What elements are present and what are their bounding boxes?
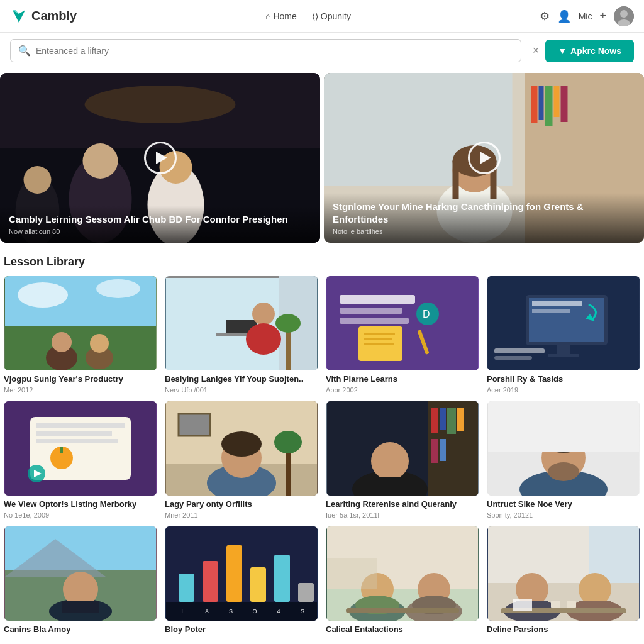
- hero-play-2[interactable]: [468, 142, 501, 174]
- svg-point-79: [221, 431, 262, 457]
- hero-section: Cambly Leirning Sessom Alir Chub BD For …: [0, 69, 644, 247]
- lesson-thumb-2: D: [326, 276, 479, 370]
- search-bar: 🔍: [10, 39, 521, 62]
- lesson-thumb-0: [4, 276, 157, 370]
- svg-point-35: [96, 279, 140, 298]
- clear-button[interactable]: ×: [533, 44, 540, 57]
- svg-rect-48: [340, 318, 409, 324]
- svg-point-41: [252, 303, 275, 325]
- lesson-thumb-7: [487, 401, 640, 496]
- hero-card-1[interactable]: Cambly Leirning Sessom Alir Chub BD For …: [0, 73, 320, 243]
- search-input[interactable]: [36, 46, 513, 56]
- svg-rect-47: [340, 308, 402, 314]
- lesson-date-5: Mner 2011: [165, 511, 318, 519]
- lesson-thumb-4: [4, 401, 157, 496]
- svg-point-8: [83, 143, 118, 179]
- lesson-card-1[interactable]: Besiying Laniges Ylf Youp Suojten.. Nerv…: [165, 276, 318, 394]
- svg-rect-38: [166, 276, 279, 278]
- lesson-card-8[interactable]: Canins Bla Amoy: [4, 526, 157, 636]
- lesson-title-0: Vjogpu Sunlg Year's Productry: [4, 374, 157, 385]
- svg-rect-109: [166, 602, 317, 621]
- svg-text:D: D: [423, 309, 430, 319]
- hero-sub-1: Now allatioun 80: [9, 228, 311, 235]
- logo[interactable]: Cambly: [10, 8, 77, 25]
- svg-rect-113: [250, 567, 266, 602]
- lesson-thumb-8: [4, 526, 157, 621]
- play-icon-1: [156, 152, 167, 164]
- lesson-card-5[interactable]: Lagy Pary onty Orfilits Mner 2011: [165, 401, 318, 519]
- lesson-date-0: Mer 2012: [4, 386, 157, 394]
- lesson-card-3[interactable]: Porshii Ry & Tasids Acer 2019: [487, 276, 640, 394]
- hero-title-1: Cambly Leirning Sessom Alir Chub BD For …: [9, 213, 311, 226]
- apply-button[interactable]: ▼ Apkrc Nows: [545, 40, 634, 62]
- svg-rect-60: [532, 309, 570, 313]
- hero-play-1[interactable]: [144, 142, 177, 174]
- svg-rect-107: [62, 601, 99, 613]
- lesson-thumb-11: [487, 526, 640, 621]
- header-icons: ⚙ 👤 Mic +: [540, 6, 634, 26]
- svg-rect-87: [440, 408, 446, 430]
- hero-info-1: Cambly Leirning Sessom Alir Chub BD For …: [0, 206, 320, 243]
- svg-rect-143: [567, 601, 576, 608]
- svg-point-42: [246, 323, 281, 355]
- home-icon: ⌂: [265, 11, 270, 21]
- logo-text: Cambly: [31, 9, 77, 23]
- library-title: Lesson Library: [4, 255, 640, 269]
- hero-card-2[interactable]: Stgnlome Your Mine Harkng Cancthinlping …: [324, 73, 644, 243]
- svg-point-34: [18, 282, 68, 308]
- header: Cambly ⌂ Home ⟨⟩ Opunity ⚙ 👤 Mic +: [0, 0, 644, 33]
- lesson-thumb-9: L A S O 4 S: [165, 526, 318, 621]
- nav-opunity[interactable]: ⟨⟩ Opunity: [312, 11, 351, 21]
- svg-text:L: L: [181, 608, 184, 614]
- lesson-title-3: Porshii Ry & Tasids: [487, 374, 640, 385]
- lesson-title-2: Vith Plarne Learns: [326, 374, 479, 385]
- user-icon[interactable]: 👤: [557, 9, 571, 23]
- svg-rect-17: [531, 86, 538, 123]
- svg-rect-88: [447, 408, 456, 434]
- settings-icon[interactable]: ⚙: [540, 9, 550, 23]
- svg-rect-115: [298, 583, 314, 602]
- svg-text:O: O: [252, 608, 257, 614]
- lesson-title-7: Untruct Sike Noe Very: [487, 499, 640, 510]
- lesson-date-6: Iuer 5a 1sr, 2011l: [326, 511, 479, 519]
- lesson-card-0[interactable]: Vjogpu Sunlg Year's Productry Mer 2012: [4, 276, 157, 394]
- svg-rect-144: [513, 599, 532, 611]
- lesson-card-11[interactable]: Deline Parsions: [487, 526, 640, 636]
- lesson-title-11: Deline Parsions: [487, 625, 640, 635]
- lesson-card-10[interactable]: Calical Entalactions: [326, 526, 479, 636]
- svg-marker-0: [13, 10, 25, 23]
- svg-rect-21: [561, 86, 568, 122]
- add-icon[interactable]: +: [599, 9, 606, 23]
- nav-home[interactable]: ⌂ Home: [265, 11, 297, 21]
- svg-rect-64: [494, 348, 545, 353]
- avatar[interactable]: [614, 6, 634, 26]
- lesson-title-9: Bloy Poter: [165, 625, 318, 635]
- svg-text:S: S: [301, 608, 304, 614]
- lesson-thumb-1: [165, 276, 318, 370]
- search-icon: 🔍: [18, 45, 31, 57]
- lesson-card-9[interactable]: L A S O 4 S Bloy Poter: [165, 526, 318, 636]
- svg-rect-69: [36, 431, 112, 436]
- lessons-grid: Vjogpu Sunlg Year's Productry Mer 2012: [4, 276, 640, 636]
- lesson-card-4[interactable]: We View Optor!s Listing Merborky No 1e1e…: [4, 401, 157, 519]
- lesson-date-7: Spon ty, 20121: [487, 511, 640, 519]
- play-icon-2: [480, 152, 491, 164]
- lesson-card-7[interactable]: Untruct Sike Noe Very Spon ty, 20121: [487, 401, 640, 519]
- hero-info-2: Stgnlome Your Mine Harkng Cancthinlping …: [324, 193, 644, 243]
- svg-rect-70: [36, 439, 118, 443]
- svg-rect-43: [286, 326, 291, 370]
- lesson-title-6: Leariting Rterenise aind Queranly: [326, 499, 479, 510]
- svg-rect-65: [494, 356, 532, 360]
- lesson-thumb-3: [487, 276, 640, 370]
- lesson-card-6[interactable]: Leariting Rterenise aind Queranly Iuer 5…: [326, 401, 479, 519]
- lesson-title-5: Lagy Pary onty Orfilits: [165, 499, 318, 510]
- lesson-date-4: No 1e1e, 2009: [4, 511, 157, 519]
- nav: ⌂ Home ⟨⟩ Opunity: [265, 11, 351, 21]
- svg-point-12: [24, 166, 52, 194]
- svg-rect-111: [203, 561, 218, 602]
- lesson-title-4: We View Optor!s Listing Merborky: [4, 499, 157, 510]
- lesson-card-2[interactable]: D Vith Plarne Learns Apor 2002: [326, 276, 479, 394]
- svg-point-32: [90, 334, 109, 353]
- lesson-date-3: Acer 2019: [487, 386, 640, 394]
- svg-rect-20: [554, 86, 560, 117]
